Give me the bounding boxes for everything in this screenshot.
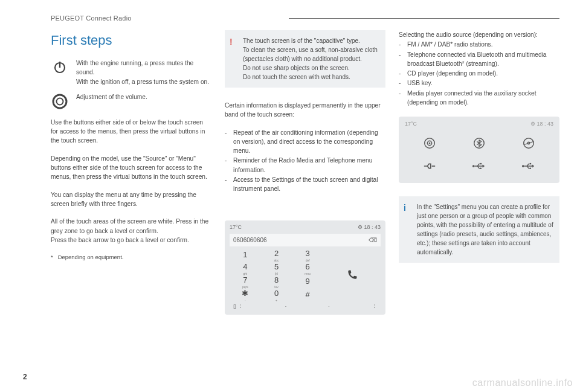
manual-page: PEUGEOT Connect Radio First steps With t… bbox=[0, 0, 580, 392]
col3-intro: Selecting the audio source (depending on… bbox=[399, 30, 559, 39]
page-header: PEUGEOT Connect Radio bbox=[51, 14, 559, 22]
source-bluetooth-icon[interactable] bbox=[471, 135, 487, 151]
power-icon bbox=[51, 59, 69, 74]
svg-point-12 bbox=[472, 165, 475, 167]
mock-bottom-bar: ▯ ⋮ · · ⋮ bbox=[230, 301, 381, 311]
mock2-temp: 17°C bbox=[405, 120, 417, 129]
key-star[interactable]: ✱· bbox=[230, 288, 261, 301]
footnote-text: Depending on equipment. bbox=[58, 254, 124, 260]
mock2-clock: ⚙ 18 : 43 bbox=[530, 120, 553, 129]
col3-bullet-list: FM / AM* / DAB* radio stations. Telephon… bbox=[399, 40, 559, 107]
menu-dots-icon[interactable]: ⋮ bbox=[372, 303, 377, 311]
mock-clock: ⚙ 18 : 43 bbox=[358, 223, 381, 232]
volume-text: Adjustment of the volume. bbox=[76, 92, 211, 101]
source-select-mockup: 17°C ⚙ 18 : 43 bbox=[399, 117, 559, 183]
col1-para-4: All of the touch areas of the screen are… bbox=[51, 217, 211, 245]
source-cd-icon[interactable] bbox=[521, 135, 536, 151]
col1-para-1: Use the buttons either side of or below … bbox=[51, 118, 211, 146]
svg-point-16 bbox=[522, 165, 524, 167]
svg-point-3 bbox=[57, 98, 63, 104]
page-title: First steps bbox=[51, 30, 211, 50]
content-columns: First steps With the engine running, a p… bbox=[51, 30, 559, 364]
source-usb1-icon[interactable] bbox=[471, 158, 487, 174]
col1-para-2: Depending on the model, use the "Source"… bbox=[51, 154, 211, 182]
source-aux-icon[interactable] bbox=[422, 158, 437, 174]
svg-rect-14 bbox=[480, 163, 482, 164]
volume-row: Adjustment of the volume. bbox=[51, 92, 211, 109]
svg-point-19 bbox=[529, 167, 531, 169]
backspace-icon[interactable]: ⌫ bbox=[369, 236, 377, 245]
col3-bullet: Media player connected via the auxiliary… bbox=[399, 89, 559, 108]
key-6[interactable]: 6mno bbox=[292, 262, 323, 275]
key-7[interactable]: 7pqrs bbox=[230, 275, 261, 288]
footnote: * Depending on equipment. bbox=[51, 253, 211, 262]
key-3[interactable]: 3def bbox=[292, 248, 323, 262]
key-hash[interactable]: # bbox=[292, 288, 323, 301]
info-box: i In the "Settings" menu you can create … bbox=[399, 196, 559, 263]
key-1[interactable]: 1 bbox=[230, 248, 261, 262]
info-icon: i bbox=[404, 202, 406, 214]
column-left: First steps With the engine running, a p… bbox=[51, 30, 211, 364]
svg-rect-18 bbox=[530, 163, 531, 164]
key-8[interactable]: 8tuv bbox=[261, 275, 292, 288]
header-rule bbox=[289, 18, 559, 19]
source-radio-icon[interactable] bbox=[422, 135, 437, 151]
key-2[interactable]: 2abc bbox=[261, 248, 292, 262]
col2-bullet: Repeat of the air conditioning informati… bbox=[225, 128, 385, 156]
warning-box: ! The touch screen is of the "capacitive… bbox=[225, 30, 385, 88]
column-right: Selecting the audio source (depending on… bbox=[399, 30, 559, 364]
warning-text: The touch screen is of the "capacitive" … bbox=[243, 37, 378, 80]
col2-bullet-list: Repeat of the air conditioning informati… bbox=[225, 128, 385, 194]
power-row: With the engine running, a press mutes t… bbox=[51, 59, 211, 86]
dialed-number-box[interactable]: 0606060606 ⌫ bbox=[230, 234, 381, 246]
col2-bullet: Access to the Settings of the touch scre… bbox=[225, 175, 385, 194]
dialed-number: 0606060606 bbox=[233, 236, 267, 245]
page-number: 2 bbox=[23, 373, 27, 381]
call-button[interactable] bbox=[323, 248, 381, 301]
volume-dial-icon bbox=[51, 92, 69, 109]
key-5[interactable]: 5jkl bbox=[261, 262, 292, 275]
header-title: PEUGEOT Connect Radio bbox=[51, 14, 132, 22]
dial-pad: 1 2abc 3def 4ghi 5jkl 6mno 7pqrs 8tuv 9 … bbox=[230, 248, 323, 301]
exclamation-icon: ! bbox=[230, 36, 233, 48]
col3-bullet: Telephone connected via Bluetooth and mu… bbox=[399, 50, 559, 69]
col3-bullet: CD player (depending on model). bbox=[399, 69, 559, 78]
svg-point-15 bbox=[480, 167, 482, 169]
mock-temp: 17°C bbox=[230, 223, 242, 232]
watermark: carmanualsonline.info bbox=[472, 378, 573, 388]
phone-dialpad-mockup: 17°C ⚙ 18 : 43 0606060606 ⌫ 1 2abc 3def … bbox=[225, 220, 385, 315]
svg-point-2 bbox=[53, 95, 66, 108]
col1-para-3: You can display the menu at any time by … bbox=[51, 190, 211, 209]
key-0[interactable]: 0+ bbox=[261, 288, 292, 301]
col3-bullet: USB key. bbox=[399, 79, 559, 88]
col2-bullet: Reminder of the Radio Media and Telephon… bbox=[225, 156, 385, 175]
source-usb2-icon[interactable] bbox=[521, 158, 536, 174]
column-middle: ! The touch screen is of the "capacitive… bbox=[225, 30, 385, 364]
col3-bullet: FM / AM* / DAB* radio stations. bbox=[399, 40, 559, 49]
key-4[interactable]: 4ghi bbox=[230, 262, 261, 275]
contacts-icon[interactable]: ▯ ⋮ bbox=[233, 303, 243, 311]
key-9[interactable]: 9 bbox=[292, 275, 323, 288]
col2-intro: Certain information is displayed permane… bbox=[225, 101, 385, 120]
footnote-symbol: * bbox=[51, 254, 53, 260]
power-text: With the engine running, a press mutes t… bbox=[76, 59, 211, 86]
info-text: In the "Settings" menu you can create a … bbox=[417, 204, 553, 255]
svg-point-6 bbox=[429, 143, 431, 144]
